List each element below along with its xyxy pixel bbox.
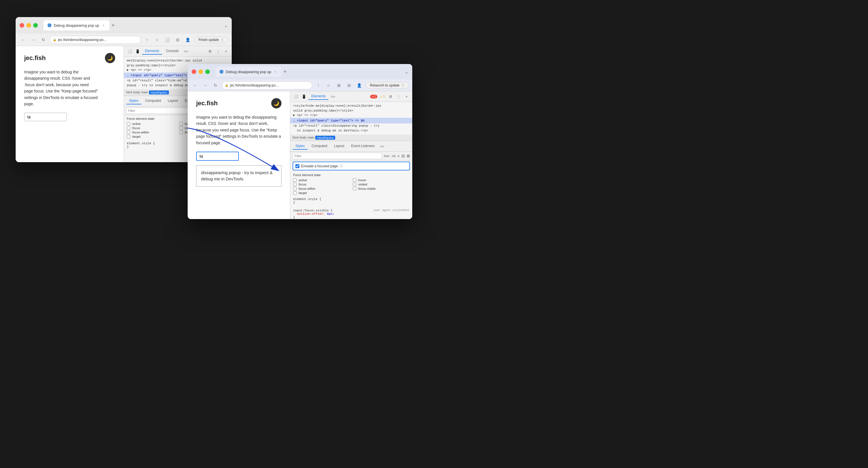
state-focus-within-label-1: :focus-within — [132, 130, 149, 134]
new-tab-button-2[interactable]: + — [281, 68, 289, 76]
titlebar-2: Debug disappearing pop up × + ⌄ — [188, 64, 412, 79]
close-devtools-2[interactable]: × — [403, 93, 410, 100]
breadcrumb-input-2[interactable]: input#query — [315, 136, 335, 140]
bookmark-button-1[interactable]: ☆ — [153, 36, 161, 44]
breadcrumb-input-1[interactable]: input#query — [149, 90, 169, 94]
state-target-checkbox-2[interactable] — [293, 191, 297, 195]
state-hover-checkbox-2[interactable] — [353, 178, 356, 182]
state-focus-1: :focus — [127, 126, 177, 130]
add-style-icon-2[interactable]: + — [398, 154, 400, 158]
minimize-button-2[interactable] — [198, 69, 203, 74]
refresh-button-1[interactable]: ↻ — [39, 36, 48, 44]
relaunch-update-button[interactable]: Relaunch to update ⋮ — [366, 82, 409, 89]
active-tab-2[interactable]: Debug disappearing pop up × — [216, 66, 281, 77]
devtools-toolbar-1: ⬜ 📱 Elements Console >> ⚙ ⋮ × — [124, 46, 232, 57]
minimize-button-1[interactable] — [26, 23, 31, 28]
state-visited-checkbox-2[interactable] — [353, 183, 356, 186]
breadcrumb-main-2[interactable]: main — [308, 136, 314, 140]
split-view-button-1[interactable]: ⊟ — [174, 36, 182, 44]
tab-menu-1[interactable]: ⌄ — [224, 23, 228, 28]
refresh-button-2[interactable]: ↻ — [212, 81, 219, 89]
more-options-icon-2[interactable]: ⋮ — [395, 93, 402, 100]
close-button-1[interactable] — [20, 23, 24, 28]
emulate-focused-checkbox[interactable] — [296, 164, 299, 168]
more-tabs-icon-1[interactable]: >> — [183, 48, 189, 55]
emulate-focused-help-icon[interactable]: ⓘ — [339, 164, 343, 168]
computed-tab-2[interactable]: Computed — [309, 143, 330, 150]
state-focus-checkbox-1[interactable] — [127, 126, 130, 130]
state-hover-checkbox-1[interactable] — [179, 122, 183, 125]
add-css-icon-2[interactable]: ⊟ — [401, 154, 405, 158]
query-input-2[interactable] — [196, 152, 239, 161]
new-tab-button-1[interactable]: + — [110, 22, 117, 29]
more-tabs-icon-2[interactable]: >> — [330, 93, 336, 100]
extensions-button-1[interactable]: ⬜ — [163, 36, 172, 44]
url-bar-1[interactable]: 🔒 jec.fish/demo/disappearing-po... — [50, 36, 141, 44]
query-input-1[interactable] — [24, 113, 67, 121]
event-listeners-tab-2[interactable]: Event Listeners — [348, 143, 378, 150]
state-focus-visible-checkbox-1[interactable] — [179, 130, 183, 134]
console-tab-1[interactable]: Console — [163, 48, 181, 55]
device-icon-1[interactable]: 📱 — [134, 48, 141, 55]
inspect-icon-2[interactable]: ⬜ — [292, 93, 299, 100]
state-target-checkbox-1[interactable] — [127, 135, 130, 138]
bookmark-button-2[interactable]: ☆ — [325, 81, 333, 89]
more-tabs-icon-styles-2[interactable]: >> — [379, 143, 385, 150]
extensions-button-2[interactable]: ⊞ — [335, 81, 343, 89]
breadcrumb-main-1[interactable]: main — [141, 90, 148, 94]
share-button-2[interactable]: ↑ — [314, 81, 322, 89]
elements-tab-2[interactable]: Elements — [308, 93, 329, 100]
split-view-button-2[interactable]: ⊟ — [345, 81, 353, 89]
styles-filter-2[interactable] — [292, 153, 382, 159]
maximize-button-2[interactable] — [205, 69, 210, 74]
settings-icon-2[interactable]: ⚙ — [387, 93, 394, 100]
traffic-lights-1 — [20, 23, 38, 28]
breadcrumb-body-1[interactable]: body — [133, 90, 140, 94]
share-button-1[interactable]: ↑ — [143, 36, 151, 44]
tab-menu-2[interactable]: ⌄ — [405, 69, 408, 75]
state-focus-visible-checkbox-2[interactable] — [353, 187, 356, 190]
profile-button-1[interactable]: 👤 — [184, 36, 192, 44]
maximize-button-1[interactable] — [33, 23, 38, 28]
styles-tab-2[interactable]: Styles — [292, 143, 308, 150]
warning-count-2: 3 — [383, 95, 385, 98]
dark-mode-toggle-2[interactable]: 🌙 — [271, 98, 281, 108]
device-icon-2[interactable]: 📱 — [301, 93, 307, 100]
state-focus-within-checkbox-2[interactable] — [293, 187, 297, 190]
inspect-icon-1[interactable]: ⬜ — [126, 48, 133, 55]
url-bar-2[interactable]: 🔒 jec.fish/demo/disappearing-po... — [222, 81, 312, 89]
state-focus-within-2: :focus-within — [293, 187, 350, 190]
state-focus-within-checkbox-1[interactable] — [127, 130, 130, 134]
close-devtools-1[interactable]: × — [223, 48, 229, 55]
state-active-checkbox-2[interactable] — [293, 178, 297, 182]
cls-button-2[interactable]: .cls — [391, 154, 396, 157]
back-button-1[interactable]: ← — [19, 36, 27, 44]
layout-icon-2[interactable]: ⊞ — [407, 154, 410, 158]
more-options-icon-1[interactable]: ⋮ — [215, 48, 221, 55]
elements-tab-1[interactable]: Elements — [142, 48, 162, 55]
code-line-2-1: <style>hide-me{display:none};#result{bor… — [293, 104, 409, 108]
breadcrumb-html-2[interactable]: html — [292, 136, 299, 140]
dark-mode-toggle-1[interactable]: 🌙 — [105, 53, 115, 63]
back-button-2[interactable]: ← — [191, 81, 199, 89]
styles-tab-1[interactable]: Styles — [126, 97, 141, 105]
forward-button-1[interactable]: → — [29, 36, 37, 44]
state-visited-checkbox-1[interactable] — [179, 126, 183, 130]
layout-tab-1[interactable]: Layout — [165, 97, 181, 105]
breadcrumb-html-1[interactable]: html — [126, 90, 132, 94]
breadcrumb-body-2[interactable]: body — [300, 136, 307, 140]
finish-update-button[interactable]: Finish update ⋮ — [194, 36, 228, 43]
layout-tab-2[interactable]: Layout — [331, 143, 347, 150]
active-tab-1[interactable]: Debug disappearing pop up × — [43, 20, 110, 30]
settings-icon-1[interactable]: ⚙ — [207, 48, 214, 55]
computed-tab-1[interactable]: Computed — [143, 97, 164, 105]
tab-close-1[interactable]: × — [101, 23, 105, 27]
close-button-2[interactable] — [192, 69, 196, 74]
hov-button-2[interactable]: :hov — [383, 154, 390, 157]
forward-button-2[interactable]: → — [201, 81, 209, 89]
tab-close-2[interactable]: × — [274, 70, 278, 74]
state-active-checkbox-1[interactable] — [127, 122, 130, 125]
code-line-selected-2[interactable]: … <input id="query" type="text"> == $0 — [290, 118, 412, 124]
state-focus-checkbox-2[interactable] — [293, 183, 297, 186]
profile-button-2[interactable]: 👤 — [355, 81, 363, 89]
